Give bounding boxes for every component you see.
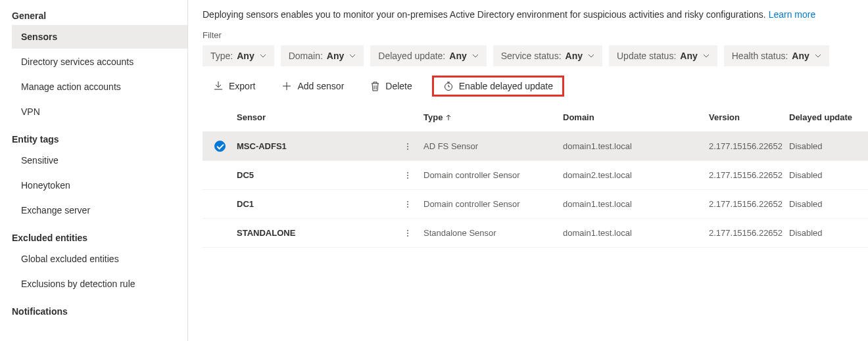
nav-section-header: Notifications	[12, 300, 187, 321]
enable-delayed-update-button[interactable]: Enable delayed update	[432, 76, 564, 97]
intro-text-body: Deploying sensors enables you to monitor…	[203, 9, 769, 20]
radio-checked-icon	[214, 141, 226, 152]
sort-up-icon	[445, 114, 452, 121]
sidebar-item[interactable]: Global excluded entities	[12, 247, 187, 271]
filter-label-text: Service status:	[501, 51, 562, 61]
column-delayed[interactable]: Delayed update	[789, 112, 868, 122]
cell-delayed: Disabled	[789, 141, 868, 151]
delete-button[interactable]: Delete	[364, 76, 418, 96]
sidebar: GeneralSensorsDirectory services account…	[0, 0, 188, 341]
filter-value: Any	[792, 51, 809, 61]
main-content: Deploying sensors enables you to monitor…	[188, 0, 868, 341]
sidebar-item[interactable]: Exclusions by detection rule	[12, 272, 187, 296]
cell-version: 2.177.15156.22652	[709, 141, 789, 151]
add-sensor-label: Add sensor	[297, 81, 344, 91]
cell-domain: domain1.test.local	[563, 199, 709, 209]
stopwatch-icon	[443, 81, 454, 91]
cell-domain: domain1.test.local	[563, 228, 709, 238]
sidebar-item[interactable]: Honeytoken	[12, 173, 187, 197]
nav-section-header: General	[12, 4, 187, 25]
cell-type: Domain controller Sensor	[423, 199, 563, 209]
row-more-button[interactable]	[401, 170, 414, 181]
cell-sensor: MSC-ADFS1	[237, 141, 401, 151]
filter-label: Filter	[203, 30, 868, 40]
chevron-down-icon	[260, 53, 266, 59]
cell-version: 2.177.15156.22652	[709, 228, 789, 238]
filter-label-text: Health status:	[732, 51, 788, 61]
download-icon	[213, 81, 224, 91]
table-row[interactable]: STANDALONE Standalone Sensor domain1.tes…	[203, 219, 868, 248]
filter-value: Any	[680, 51, 697, 61]
cell-type: Domain controller Sensor	[423, 170, 563, 180]
column-sensor[interactable]: Sensor	[237, 112, 401, 122]
intro-text: Deploying sensors enables you to monitor…	[203, 9, 868, 20]
row-more-button[interactable]	[401, 198, 414, 210]
chevron-down-icon	[349, 53, 356, 59]
cell-delayed: Disabled	[789, 170, 868, 180]
row-more-button[interactable]	[401, 141, 414, 152]
row-select[interactable]	[203, 141, 237, 152]
sidebar-item[interactable]: Directory services accounts	[12, 50, 187, 74]
sensors-table: Sensor Type Domain Version Delayed updat…	[203, 103, 868, 248]
cell-type: Standalone Sensor	[423, 228, 563, 238]
nav-section-header: Excluded entities	[12, 226, 187, 247]
command-bar: Export Add sensor Delete Enable delayed …	[203, 76, 868, 97]
filter-label-text: Domain:	[289, 51, 323, 61]
enable-delayed-update-label: Enable delayed update	[459, 81, 553, 91]
cell-delayed: Disabled	[789, 199, 868, 209]
filter-label-text: Type:	[210, 51, 233, 61]
cell-sensor: DC1	[237, 199, 401, 209]
row-more-button[interactable]	[401, 227, 414, 239]
cell-domain: domain1.test.local	[563, 141, 709, 151]
table-row[interactable]: DC5 Domain controller Sensor domain2.tes…	[203, 161, 868, 190]
sidebar-item[interactable]: Manage action accounts	[12, 75, 187, 99]
chevron-down-icon	[703, 53, 710, 59]
table-header: Sensor Type Domain Version Delayed updat…	[203, 103, 868, 132]
chevron-down-icon	[588, 53, 594, 59]
filter-value: Any	[237, 51, 254, 61]
filter-dropdown[interactable]: Domain: Any	[281, 45, 364, 66]
filter-dropdown[interactable]: Delayed update: Any	[370, 45, 486, 66]
filter-value: Any	[566, 51, 583, 61]
filter-value: Any	[327, 51, 344, 61]
cell-domain: domain2.test.local	[563, 170, 709, 180]
learn-more-link[interactable]: Learn more	[769, 9, 816, 20]
delete-label: Delete	[385, 81, 412, 91]
export-label: Export	[229, 81, 255, 91]
chevron-down-icon	[815, 53, 821, 59]
sidebar-item[interactable]: Sensitive	[12, 148, 187, 172]
cell-sensor: DC5	[237, 170, 401, 180]
cell-sensor: STANDALONE	[237, 228, 401, 238]
trash-icon	[370, 81, 380, 91]
table-row[interactable]: MSC-ADFS1 AD FS Sensor domain1.test.loca…	[203, 132, 868, 161]
column-type[interactable]: Type	[423, 112, 563, 122]
column-type-label: Type	[423, 112, 443, 122]
table-row[interactable]: DC1 Domain controller Sensor domain1.tes…	[203, 190, 868, 219]
sidebar-item[interactable]: Sensors	[12, 25, 187, 49]
filter-dropdown[interactable]: Type: Any	[203, 45, 274, 66]
sidebar-item[interactable]: Exchange server	[12, 198, 187, 222]
column-domain[interactable]: Domain	[563, 112, 709, 122]
filter-bar: Type: AnyDomain: AnyDelayed update: AnyS…	[203, 45, 868, 66]
add-sensor-button[interactable]: Add sensor	[275, 76, 350, 96]
cell-delayed: Disabled	[789, 228, 868, 238]
plus-icon	[281, 81, 292, 91]
filter-dropdown[interactable]: Update status: Any	[609, 45, 717, 66]
sidebar-item[interactable]: VPN	[12, 100, 187, 124]
export-button[interactable]: Export	[206, 76, 262, 96]
cell-type: AD FS Sensor	[423, 141, 563, 151]
filter-label-text: Delayed update:	[378, 51, 445, 61]
filter-dropdown[interactable]: Health status: Any	[724, 45, 829, 66]
cell-version: 2.177.15156.22652	[709, 199, 789, 209]
filter-label-text: Update status:	[617, 51, 676, 61]
column-version[interactable]: Version	[709, 112, 789, 122]
filter-value: Any	[449, 51, 466, 61]
filter-dropdown[interactable]: Service status: Any	[493, 45, 602, 66]
chevron-down-icon	[472, 53, 479, 59]
cell-version: 2.177.15156.22652	[709, 170, 789, 180]
nav-section-header: Entity tags	[12, 127, 187, 148]
